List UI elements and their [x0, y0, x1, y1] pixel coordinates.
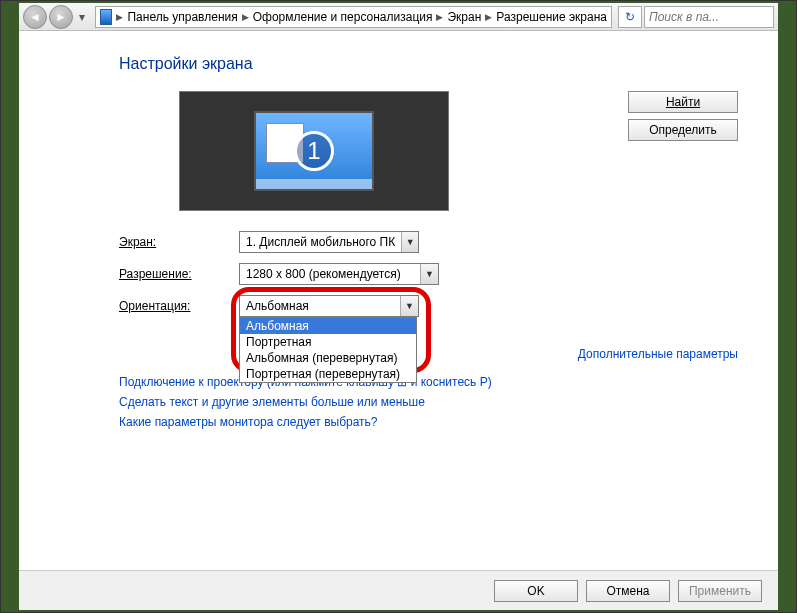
advanced-settings-link[interactable]: Дополнительные параметры [119, 347, 738, 361]
chevron-down-icon[interactable]: ▼ [400, 296, 418, 316]
search-box[interactable]: 🔍 [644, 6, 774, 28]
orientation-option[interactable]: Альбомная [240, 318, 416, 334]
breadcrumb-sep: ▶ [114, 12, 125, 22]
chevron-down-icon[interactable]: ▼ [401, 232, 418, 252]
display-preview[interactable]: 1 [179, 91, 449, 211]
orientation-option[interactable]: Портретная [240, 334, 416, 350]
resolution-label: Разрешение: [119, 267, 239, 281]
forward-button[interactable]: ► [49, 5, 73, 29]
apply-button[interactable]: Применить [678, 580, 762, 602]
search-input[interactable] [645, 10, 797, 24]
monitor-thumbnail[interactable]: 1 [254, 111, 374, 191]
orientation-value: Альбомная [240, 299, 400, 313]
resolution-value: 1280 x 800 (рекомендуется) [240, 267, 420, 281]
orientation-combo[interactable]: Альбомная ▼ [239, 295, 419, 317]
breadcrumb-sep: ▶ [240, 12, 251, 22]
refresh-button[interactable]: ↻ [618, 6, 642, 28]
breadcrumb-seg[interactable]: Разрешение экрана [496, 10, 607, 24]
display-combo[interactable]: 1. Дисплей мобильного ПК ▼ [239, 231, 419, 253]
orientation-option[interactable]: Альбомная (перевернутая) [240, 350, 416, 366]
breadcrumb[interactable]: ▶ Панель управления ▶ Оформление и персо… [95, 6, 612, 28]
breadcrumb-sep: ▶ [483, 12, 494, 22]
identify-button[interactable]: Определить [628, 119, 738, 141]
content: Настройки экрана 1 Найти Определить Экра… [19, 31, 778, 570]
page-title: Настройки экрана [119, 55, 738, 73]
orientation-dropdown[interactable]: Альбомная Портретная Альбомная (переверн… [239, 317, 417, 383]
breadcrumb-seg[interactable]: Экран [447, 10, 481, 24]
control-panel-icon [100, 9, 112, 25]
ok-button[interactable]: OK [494, 580, 578, 602]
resolution-combo[interactable]: 1280 x 800 (рекомендуется) ▼ [239, 263, 439, 285]
breadcrumb-seg[interactable]: Панель управления [127, 10, 237, 24]
breadcrumb-seg[interactable]: Оформление и персонализация [253, 10, 433, 24]
history-dropdown[interactable]: ▾ [75, 7, 89, 27]
chevron-down-icon[interactable]: ▼ [420, 264, 438, 284]
back-button[interactable]: ◄ [23, 5, 47, 29]
breadcrumb-sep: ▶ [434, 12, 445, 22]
monitor-number: 1 [294, 131, 334, 171]
projector-link[interactable]: Подключение к проектору (или нажмите кла… [119, 375, 738, 389]
which-settings-link[interactable]: Какие параметры монитора следует выбрать… [119, 415, 738, 429]
textsize-link[interactable]: Сделать текст и другие элементы больше и… [119, 395, 738, 409]
find-button[interactable]: Найти [628, 91, 738, 113]
taskbar-icon [256, 179, 372, 189]
display-label: Экран: [119, 235, 239, 249]
display-value: 1. Дисплей мобильного ПК [240, 235, 401, 249]
orientation-label: Ориентация: [119, 299, 239, 313]
toolbar: ◄ ► ▾ ▶ Панель управления ▶ Оформление и… [19, 3, 778, 31]
orientation-option[interactable]: Портретная (перевернутая) [240, 366, 416, 382]
footer: OK Отмена Применить [19, 570, 778, 610]
cancel-button[interactable]: Отмена [586, 580, 670, 602]
